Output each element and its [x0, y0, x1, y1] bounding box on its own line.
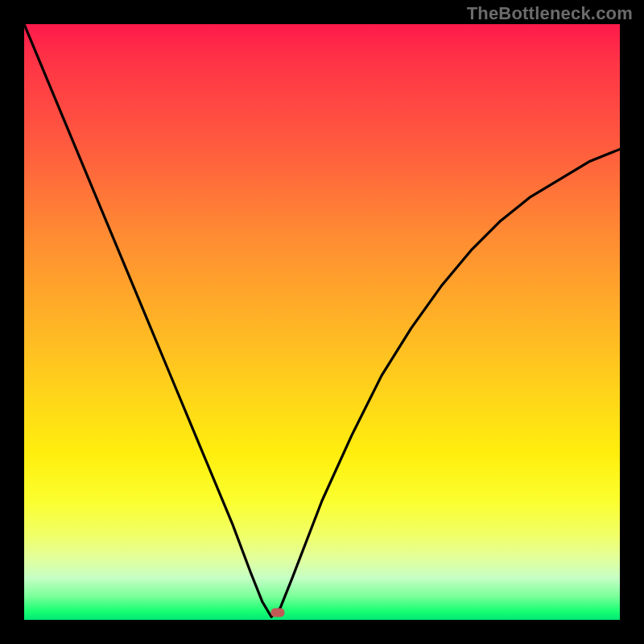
watermark-text: TheBottleneck.com [467, 3, 633, 24]
bottleneck-curve [24, 24, 620, 617]
notch-marker [270, 609, 284, 617]
chart-frame: TheBottleneck.com [0, 0, 644, 644]
curve-svg [24, 24, 620, 620]
plot-area [24, 24, 620, 620]
